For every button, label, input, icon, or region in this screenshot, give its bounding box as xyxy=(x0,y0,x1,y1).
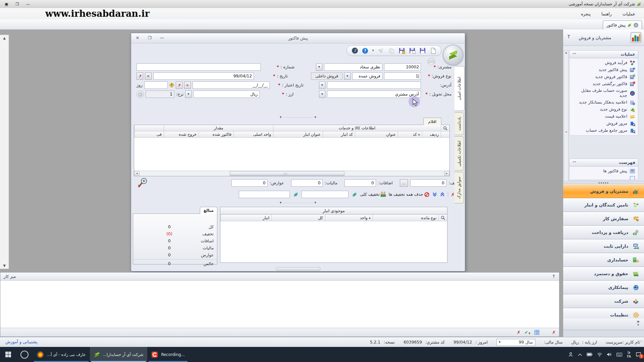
language-indicator[interactable]: فا FA xyxy=(627,351,631,358)
sidebar-item-proforma-list[interactable]: پیش فاکتور ها xyxy=(571,168,637,175)
invoice-window-titlebar[interactable]: ✕ ❐ — پیش فاکتور xyxy=(131,33,465,44)
desk-panel-header[interactable]: میز کار xyxy=(0,273,559,281)
module-contracting[interactable]: پیمانکاری xyxy=(563,281,644,294)
address-field[interactable] xyxy=(327,81,421,89)
delivery-field[interactable]: آدرس مشتري xyxy=(327,90,421,98)
scroll-up-icon[interactable]: ▲ xyxy=(564,51,568,54)
sidebar-item-sales-process[interactable]: فرآیند فروش xyxy=(571,59,637,66)
sidebar-item-new-proforma[interactable]: i پیش فاکتور جدید xyxy=(571,66,637,73)
sidebar-splitter[interactable]: ●●●●● xyxy=(563,181,644,184)
scroll-down-icon[interactable]: ▼ xyxy=(0,264,9,267)
new-document-icon[interactable] xyxy=(430,47,436,54)
support-link[interactable]: پشتیبانی و آموزش xyxy=(5,339,38,344)
wifi-icon[interactable] xyxy=(597,353,602,357)
save-icon[interactable] xyxy=(419,47,426,54)
desk-grid-icon[interactable] xyxy=(534,330,539,335)
module-receipts-payments[interactable]: دریافت و پرداخت xyxy=(563,226,644,239)
items-table-body[interactable] xyxy=(134,138,449,171)
move-up-icon[interactable] xyxy=(440,192,445,197)
search-button[interactable] xyxy=(16,347,33,362)
stock-table-body[interactable] xyxy=(220,221,447,262)
col-balance-type[interactable]: نوع مانده xyxy=(373,215,438,221)
col-code[interactable]: ▲کد xyxy=(398,131,422,138)
address-dropdown-icon[interactable]: ▼ xyxy=(319,81,325,89)
col-price[interactable]: فی xyxy=(134,131,164,138)
scroll-left-icon[interactable]: ◄ xyxy=(134,171,140,176)
volume-icon[interactable] xyxy=(607,352,612,357)
sale-type-code-field[interactable]: 1 xyxy=(384,72,421,80)
scroll-grip[interactable]: ≡ xyxy=(564,130,568,133)
module-payroll[interactable]: حقوق و دستمزد xyxy=(563,267,644,281)
module-fixed-assets[interactable]: دارایی ثابت xyxy=(563,239,644,253)
battery-icon[interactable] xyxy=(587,353,592,356)
items-tab[interactable]: اقلام xyxy=(423,118,441,125)
delivery-dropdown-icon[interactable]: ▼ xyxy=(319,90,325,98)
col-main-unit[interactable]: واحد اصلی xyxy=(233,131,273,138)
stock-search-icon[interactable] xyxy=(438,215,447,221)
additions-field[interactable]: 0 xyxy=(344,179,376,187)
tax-field[interactable]: 0 xyxy=(291,179,323,187)
customer-code-field[interactable]: 10002 xyxy=(384,63,421,71)
help-icon[interactable]: ? xyxy=(362,47,369,54)
module-overflow-strip[interactable]: »▾ xyxy=(563,318,644,330)
menu-window[interactable]: پنجره xyxy=(576,8,596,19)
col-issued[interactable]: خروج شده xyxy=(164,131,199,138)
apply-addition-icon[interactable] xyxy=(293,192,299,197)
discount-formula-field-2[interactable] xyxy=(239,191,290,198)
delete-row-icon[interactable]: ✗ xyxy=(451,192,455,197)
col-row[interactable]: ردیف xyxy=(422,131,441,138)
module-customers-sales[interactable]: مشتریان و فروش xyxy=(563,184,644,198)
tab-close-icon[interactable]: ✕ xyxy=(634,23,638,27)
col-warehouse-code[interactable]: کد انبار xyxy=(323,131,355,138)
expiry-clear-icon[interactable]: ✕ xyxy=(184,81,191,89)
people-icon[interactable] xyxy=(568,352,573,357)
module-company[interactable]: شرکت xyxy=(563,294,644,308)
col-warehouse-title[interactable]: عنوان انبار xyxy=(273,131,323,138)
date-field[interactable]: 99/04/12 xyxy=(153,72,254,80)
start-button[interactable] xyxy=(0,347,16,362)
workspace-scrollbar[interactable]: ▲ ▼ xyxy=(0,35,9,269)
menu-help[interactable]: راهنما xyxy=(596,8,617,19)
customer-dropdown-icon[interactable]: ▼ xyxy=(316,63,322,71)
sidebar-item-sales-review[interactable]: مرور فروش xyxy=(571,120,637,127)
section-operations-header[interactable]: عملیات^^ xyxy=(569,50,638,58)
module-work-order[interactable]: سفارش کار xyxy=(563,212,644,226)
sidebar-item-new-statement[interactable]: صورت حساب طرف مقابل جدید xyxy=(571,87,637,99)
items-search-icon[interactable] xyxy=(441,125,449,131)
expiry-field[interactable]: __/__/__ xyxy=(193,81,270,89)
scroll-up-icon[interactable]: ▲ xyxy=(0,36,9,40)
amounts-tab[interactable]: مبالغ xyxy=(200,207,217,214)
sidebar-item-new-debit-credit-note[interactable]: اعلامیه بدهکار بستانکار جدید xyxy=(571,99,637,106)
col-warehouse[interactable]: انبار xyxy=(220,215,271,221)
taskbar-recording-button[interactable]: Recording... xyxy=(147,347,189,362)
tab-note[interactable]: یادداشت xyxy=(454,112,464,135)
discount-field[interactable]: 0 xyxy=(410,179,446,187)
desk-delete-icon[interactable]: ✗ xyxy=(517,330,521,335)
sale-type-combo[interactable]: فروش عمده xyxy=(352,72,382,80)
form-items-splitter[interactable]: ▼▼ xyxy=(280,116,316,119)
menu-operations[interactable]: عملیات xyxy=(617,8,641,19)
sidebar-scrollbar[interactable]: ▲ ≡ ▼ xyxy=(564,50,569,192)
save-and-new-icon[interactable] xyxy=(398,47,405,54)
items-stock-splitter[interactable]: ▼▼ xyxy=(280,201,316,204)
number-field[interactable] xyxy=(137,63,261,71)
currency-field[interactable]: ریال xyxy=(193,90,260,98)
col-unit[interactable]: ▲واحد xyxy=(325,215,373,221)
touch-keyboard-icon[interactable] xyxy=(616,353,622,357)
remove-all-discounts-button[interactable]: حذف همه تخفیف ها xyxy=(389,192,429,197)
col-total[interactable]: کل xyxy=(271,215,325,221)
flash-help-icon[interactable]: f xyxy=(352,47,358,54)
desk-confirm-icon[interactable]: ✔▼ xyxy=(525,330,530,335)
tab-records-documents[interactable]: سوابق مدارک xyxy=(454,172,464,203)
sidebar-item-new-return-invoice[interactable]: فاکتور برگشتی جدید xyxy=(571,80,637,87)
minimize-icon[interactable]: — xyxy=(26,2,30,6)
tray-expand-icon[interactable] xyxy=(578,353,582,356)
window-bottom-grip[interactable] xyxy=(276,267,320,270)
sidebar-item-price-notice[interactable]: اعلامیه قیمت xyxy=(571,113,637,120)
scroll-right-icon[interactable]: ► xyxy=(444,171,449,176)
sidebar-item-new-sales-invoice[interactable]: فاکتور فروش جدید xyxy=(571,73,637,80)
tab-extra-info[interactable]: اطلاعات تکمیلی xyxy=(454,136,464,171)
action-center-button[interactable]: 5 xyxy=(636,352,641,357)
desk-close-icon[interactable]: ✗ xyxy=(552,330,556,335)
currency-dropdown-icon[interactable]: ▼ xyxy=(185,90,192,98)
